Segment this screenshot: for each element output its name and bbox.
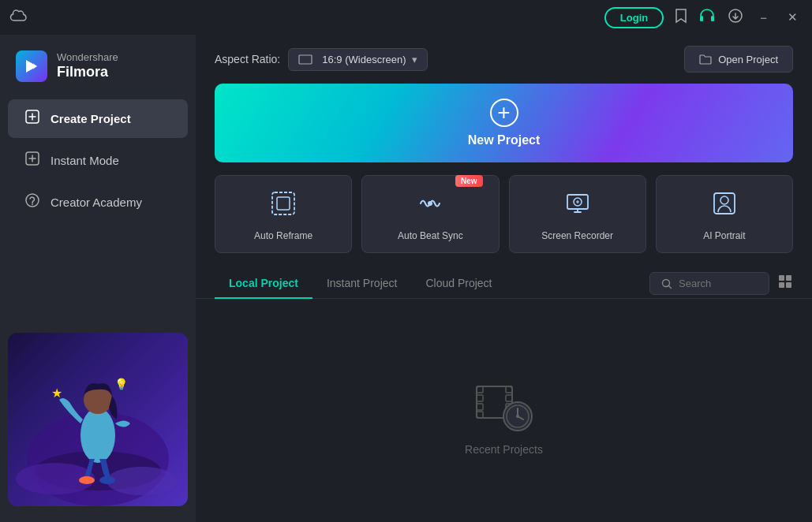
feature-card-label-screen-recorder: Screen Recorder: [541, 230, 613, 241]
login-button[interactable]: Login: [604, 7, 664, 28]
feature-card-label-auto-reframe: Auto Reframe: [254, 230, 312, 241]
feature-card-auto-beat-sync[interactable]: New Auto Beat Sync: [361, 175, 499, 253]
close-button[interactable]: ✕: [783, 9, 803, 26]
new-project-banner[interactable]: + New Project: [215, 84, 793, 162]
svg-point-10: [107, 467, 178, 495]
svg-point-15: [79, 476, 95, 484]
tabs-right: [649, 272, 793, 295]
toolbar: Aspect Ratio: 16:9 (Widescreen) ▾ Open P…: [196, 35, 812, 84]
titlebar-right-controls: Login − ✕: [604, 7, 803, 28]
sidebar-illustration: ★ 💡: [0, 325, 196, 514]
svg-rect-18: [272, 192, 294, 214]
download-icon[interactable]: [727, 8, 744, 28]
sidebar-item-label-academy: Creator Academy: [51, 196, 142, 209]
feature-card-label-ai-portrait: AI Portrait: [703, 230, 745, 241]
aspect-ratio-value: 16:9 (Widescreen): [322, 54, 406, 65]
recent-projects-label: Recent Projects: [465, 443, 543, 456]
titlebar: Login − ✕: [0, 0, 812, 35]
svg-point-6: [32, 204, 33, 206]
aspect-ratio-label: Aspect Ratio:: [215, 53, 280, 65]
svg-rect-33: [477, 404, 483, 410]
svg-rect-27: [786, 275, 791, 281]
ai-portrait-icon: [711, 190, 738, 222]
badge-new: New: [455, 175, 483, 187]
sidebar-item-label-instant: Instant Mode: [51, 154, 119, 167]
recent-projects-icon: [473, 378, 536, 434]
svg-rect-1: [711, 17, 714, 21]
search-icon: [661, 278, 672, 289]
content-area: Aspect Ratio: 16:9 (Widescreen) ▾ Open P…: [196, 35, 812, 522]
logo-brand: Wondershare: [57, 51, 118, 64]
svg-text:💡: 💡: [114, 378, 129, 391]
logo-product: Filmora: [57, 64, 118, 81]
aspect-ratio-dropdown[interactable]: 16:9 (Widescreen) ▾: [288, 48, 428, 71]
svg-rect-19: [277, 197, 290, 210]
feature-card-auto-reframe[interactable]: Auto Reframe: [215, 175, 352, 253]
svg-point-24: [720, 196, 728, 204]
dropdown-chevron-icon: ▾: [412, 54, 417, 65]
svg-point-16: [99, 476, 115, 484]
svg-rect-32: [477, 395, 483, 401]
instant-mode-icon: [24, 151, 41, 170]
screen-recorder-icon: [564, 190, 591, 222]
aspect-ratio-control: Aspect Ratio: 16:9 (Widescreen) ▾: [215, 48, 428, 71]
new-project-plus-icon: +: [490, 99, 518, 127]
project-tabs: Local Project Instant Project Cloud Proj…: [196, 269, 812, 299]
logo-text: Wondershare Filmora: [57, 51, 118, 80]
logo-icon: [16, 50, 47, 82]
svg-rect-29: [786, 282, 791, 288]
svg-point-41: [516, 415, 519, 418]
feature-card-screen-recorder[interactable]: Screen Recorder: [509, 175, 646, 253]
create-project-icon: [24, 109, 41, 129]
feature-card-label-auto-beat-sync: Auto Beat Sync: [398, 230, 463, 241]
sidebar-item-instant-mode[interactable]: Instant Mode: [8, 141, 188, 180]
sidebar-item-label-create: Create Project: [51, 112, 131, 125]
feature-card-ai-portrait[interactable]: AI Portrait: [656, 175, 793, 253]
svg-text:★: ★: [51, 386, 62, 400]
new-project-label: New Project: [468, 133, 541, 147]
sidebar-item-creator-academy[interactable]: Creator Academy: [8, 183, 188, 222]
illustration-box: ★ 💡: [8, 333, 188, 506]
open-project-label: Open Project: [718, 54, 778, 65]
search-box[interactable]: [649, 272, 769, 295]
creator-academy-icon: [24, 192, 41, 212]
cloud-icon[interactable]: [9, 9, 27, 26]
feature-cards-row: Auto Reframe New Auto Beat Sync: [215, 175, 793, 253]
svg-point-11: [80, 408, 115, 463]
svg-rect-0: [700, 17, 703, 21]
search-input[interactable]: [679, 278, 758, 289]
tab-local-project[interactable]: Local Project: [215, 269, 312, 299]
tab-instant-project[interactable]: Instant Project: [312, 269, 412, 299]
app-logo: Wondershare Filmora: [0, 43, 196, 98]
headphones-icon[interactable]: [698, 8, 716, 28]
open-project-button[interactable]: Open Project: [684, 46, 793, 73]
svg-rect-17: [299, 55, 312, 64]
minimize-button[interactable]: −: [755, 9, 772, 26]
app-body: Wondershare Filmora Create Project Ins: [0, 35, 812, 522]
svg-rect-26: [779, 275, 784, 281]
tabs-left: Local Project Instant Project Cloud Proj…: [215, 269, 506, 298]
sidebar-item-create-project[interactable]: Create Project: [8, 99, 188, 138]
folder-icon: [699, 53, 712, 65]
svg-rect-28: [779, 282, 784, 288]
tab-cloud-project[interactable]: Cloud Project: [411, 269, 506, 299]
titlebar-left-icons: [9, 9, 27, 26]
svg-point-20: [428, 201, 432, 206]
grid-view-icon[interactable]: [777, 274, 793, 293]
svg-rect-36: [506, 395, 512, 401]
projects-area: Recent Projects: [196, 311, 812, 522]
bookmark-icon[interactable]: [675, 8, 687, 28]
sidebar: Wondershare Filmora Create Project Ins: [0, 35, 196, 522]
auto-beat-sync-icon: [417, 190, 443, 222]
auto-reframe-icon: [270, 190, 297, 222]
